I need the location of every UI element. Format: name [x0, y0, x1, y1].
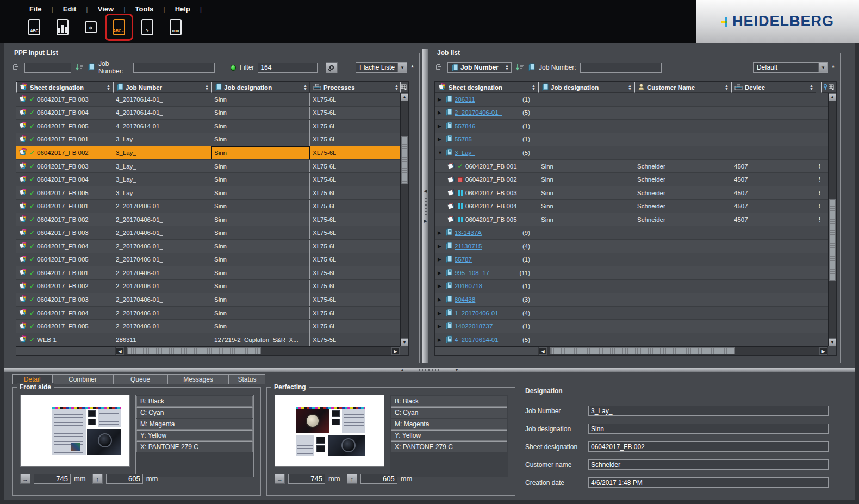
sort-arrows-icon[interactable]: ▲▼: [395, 84, 399, 90]
sheet-designation-input[interactable]: [588, 441, 829, 452]
column-header-processes[interactable]: Processes▲▼: [310, 82, 401, 93]
ppf-table-row[interactable]: ✓06042017_FB 005 3_Lay_ Sinn XL75-6L: [16, 186, 401, 200]
sheet-width-input[interactable]: [288, 474, 325, 484]
expand-triangle-icon[interactable]: ▶: [438, 297, 443, 302]
job-group-row[interactable]: ▶995_108_17(11): [435, 266, 829, 280]
expand-triangle-icon[interactable]: ▶: [438, 283, 443, 289]
tab-status[interactable]: Status: [229, 374, 265, 384]
job-vscroll-thumb[interactable]: [829, 199, 836, 281]
ppf-hscroll-thumb[interactable]: [127, 347, 261, 354]
ppf-table-row[interactable]: ✓06042017_FB 005 2_20170406-01_ Sinn XL7…: [16, 320, 401, 333]
job-group-row[interactable]: ▶804438(3): [435, 293, 829, 307]
sort-arrows-icon[interactable]: ▲▼: [303, 84, 308, 90]
job-number-link[interactable]: 13-1437A: [455, 229, 482, 236]
tab-combiner[interactable]: Combiner: [52, 374, 113, 384]
ppf-table-row[interactable]: ✓06042017_FB 005 4_20170614-01_ Sinn XL7…: [16, 120, 401, 133]
ppf-table-row[interactable]: ✓06042017_FB 001 3_Lay_ Sinn XL75-6L: [16, 133, 401, 147]
sort-order-icon[interactable]: [75, 63, 84, 72]
column-header-customer-name[interactable]: Customer Name▲▼: [634, 82, 731, 93]
job-number-input[interactable]: [588, 406, 829, 416]
chart-report-icon[interactable]: [54, 17, 71, 37]
job-vertical-scrollbar[interactable]: ▲ ▼: [828, 93, 836, 346]
job-number-link[interactable]: 21130715: [455, 243, 482, 250]
ppf-vscroll-thumb[interactable]: [401, 136, 408, 184]
menu-tools[interactable]: Tools: [130, 4, 159, 14]
scroll-down-icon[interactable]: ▼: [401, 338, 408, 346]
creation-date-input[interactable]: [588, 477, 829, 488]
job-designation-input[interactable]: [588, 424, 829, 434]
ppf-table-row[interactable]: ✓06042017_FB 001 2_20170406-01_ Sinn XL7…: [16, 266, 401, 280]
collapse-triangle-icon[interactable]: ▼: [438, 150, 443, 155]
job-group-row[interactable]: ▶2_20170406-01_(5): [435, 107, 829, 120]
color-list-item[interactable]: X: PANTONE 279 C: [136, 441, 253, 452]
job-group-row[interactable]: ▶1_20170406-01_(4): [435, 307, 829, 320]
color-list-item[interactable]: B: Black: [136, 396, 253, 407]
column-config-icon[interactable]: [400, 82, 408, 93]
ppf-table-row[interactable]: ✓06042017_FB 002 2_20170406-01_ Sinn XL7…: [16, 280, 401, 294]
workstation-settings-icon[interactable]: ⚙: [83, 17, 99, 37]
scroll-up-icon[interactable]: ▲: [401, 93, 408, 101]
color-list-item[interactable]: M: Magenta: [391, 419, 507, 430]
view-preset-dropdown[interactable]: Default▼: [753, 62, 828, 73]
sheet-width-input[interactable]: [34, 474, 71, 484]
chevron-down-icon[interactable]: ▼: [397, 63, 407, 72]
ppf-table-row[interactable]: ✓06042017_FB 005 2_20170406-01_ Sinn XL7…: [16, 253, 401, 267]
expand-triangle-icon[interactable]: ▶: [438, 244, 443, 249]
job-number-link[interactable]: 4_20170614-01_: [455, 337, 502, 343]
sort-arrows-icon[interactable]: ▲▼: [532, 84, 536, 90]
column-header-job-designation[interactable]: Job designation▲▼: [211, 82, 310, 93]
sort-arrows-icon[interactable]: ▲▼: [810, 84, 814, 90]
collapse-left-icon[interactable]: ◀: [424, 189, 427, 194]
color-list-item[interactable]: Y: Yellow: [136, 430, 253, 441]
search-button[interactable]: [326, 62, 338, 73]
scroll-right-icon[interactable]: ▶: [391, 347, 400, 355]
job-number-link[interactable]: 14022018737: [455, 323, 493, 329]
expand-triangle-icon[interactable]: ▶: [438, 257, 443, 262]
expand-triangle-icon[interactable]: ▶: [438, 110, 443, 115]
sort-order-icon[interactable]: [515, 63, 524, 72]
column-header-sheet-designation[interactable]: Sheet designation▲▼: [435, 82, 538, 93]
scroll-right-icon[interactable]: ▶: [819, 347, 827, 355]
job-group-row[interactable]: ▶55785(1): [435, 133, 829, 147]
column-header-job-designation[interactable]: Job designation▲▼: [538, 82, 634, 93]
sort-arrows-icon[interactable]: ▲▼: [107, 84, 111, 90]
job-number-link[interactable]: 995_108_17: [455, 270, 489, 276]
sequence-input[interactable]: [24, 63, 71, 73]
column-header-device[interactable]: Device▲▼: [731, 82, 816, 93]
job-number-link[interactable]: 2_20170406-01_: [455, 109, 502, 116]
job-group-row[interactable]: ▶55787(1): [435, 253, 829, 267]
expand-triangle-icon[interactable]: ▶: [438, 270, 443, 276]
expand-triangle-icon[interactable]: ▶: [438, 230, 443, 235]
menu-edit[interactable]: Edit: [58, 4, 82, 14]
job-group-row[interactable]: ▶14022018737(1): [435, 320, 829, 333]
job-number-link[interactable]: 804438: [455, 296, 475, 303]
job-number-link[interactable]: 55787: [455, 256, 472, 263]
color-list-item[interactable]: Y: Yellow: [391, 430, 507, 441]
job-number-link[interactable]: 1_20170406-01_: [455, 310, 502, 316]
menu-help[interactable]: Help: [170, 4, 196, 14]
job-group-row[interactable]: ▶13-1437A(9): [435, 226, 829, 240]
ppf-table-row[interactable]: ✓06042017_FB 004 2_20170406-01_ Sinn XL7…: [16, 307, 401, 320]
ppf-table-row[interactable]: ✓06042017_FB 002 2_20170406-01_ Sinn XL7…: [16, 213, 401, 227]
job-number-link[interactable]: 557846: [455, 123, 475, 129]
collapse-right-icon[interactable]: ▶: [424, 219, 427, 223]
sort-arrows-icon[interactable]: ▲▼: [725, 84, 729, 90]
filter-input[interactable]: [258, 63, 318, 73]
tree-structure-icon[interactable]: [435, 64, 444, 72]
job-number-link[interactable]: 3_Lay_: [455, 150, 475, 156]
collapse-down-icon[interactable]: ▼: [455, 368, 459, 372]
expand-triangle-icon[interactable]: ▶: [438, 310, 443, 316]
ppf-table-row[interactable]: ✓06042017_FB 004 2_20170406-01_ Sinn XL7…: [16, 240, 401, 253]
job-group-row[interactable]: ▶4_20170614-01_(5): [435, 333, 829, 347]
group-by-dropdown[interactable]: Job Number▲▼: [447, 62, 512, 73]
color-list-item[interactable]: M: Magenta: [136, 419, 253, 430]
column-header-job-number[interactable]: Job Number▲▼: [113, 82, 211, 93]
expand-triangle-icon[interactable]: ▶: [438, 337, 443, 343]
ppf-table-row[interactable]: ✓WEB 1 286311 127219-2_Cuplaton_S&R_X...…: [16, 333, 401, 347]
ppf-table-row[interactable]: ✓06042017_FB 001 2_20170406-01_ Sinn XL7…: [16, 200, 401, 213]
customer-name-input[interactable]: [588, 459, 829, 470]
tree-structure-icon[interactable]: [13, 64, 21, 72]
job-horizontal-scrollbar[interactable]: ◀ ▶: [435, 346, 828, 355]
job-group-row[interactable]: ▶286311(1): [435, 93, 829, 107]
abc-import-icon[interactable]: ABC←: [111, 17, 127, 37]
